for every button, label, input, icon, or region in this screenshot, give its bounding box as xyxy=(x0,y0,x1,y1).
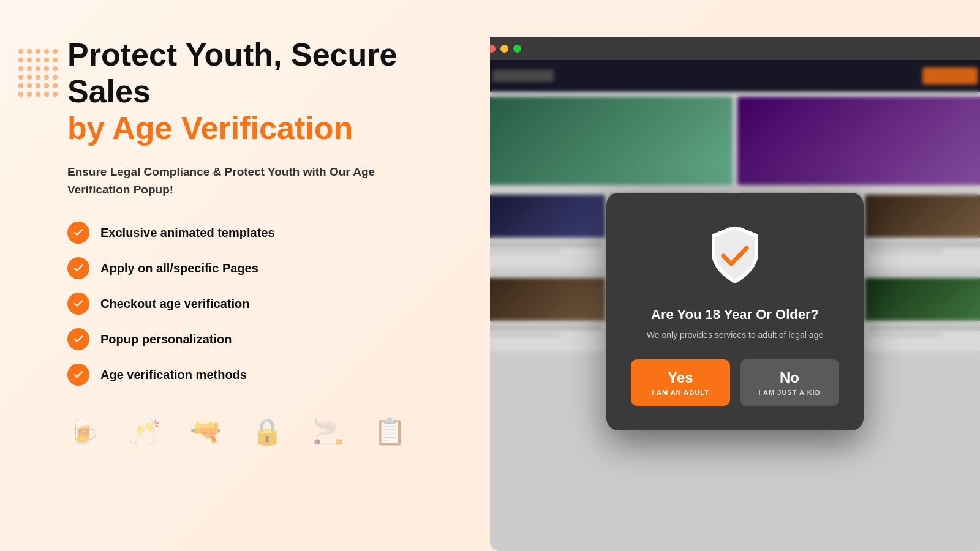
dot-grid-decoration xyxy=(18,49,58,97)
no-button-sub-text: I AM JUST A KID xyxy=(758,389,820,396)
feature-label-1: Exclusive animated templates xyxy=(100,226,275,240)
handcuffs-icon: 🔒 xyxy=(251,416,283,446)
feature-item-1: Exclusive animated templates xyxy=(67,222,441,244)
traffic-light-green[interactable] xyxy=(513,45,521,53)
browser-window: Are You 18 Year Or Older? We only provid… xyxy=(490,37,980,551)
weapon-icon: 🔫 xyxy=(190,416,222,446)
beer-icon: 🍺 xyxy=(67,416,99,446)
yes-adult-button[interactable]: Yes I AM AN ADULT xyxy=(631,359,730,406)
browser-titlebar xyxy=(490,37,980,60)
feature-label-5: Age verification methods xyxy=(100,368,247,382)
check-icon-2 xyxy=(67,257,89,279)
yes-button-sub-text: I AM AN ADULT xyxy=(652,389,709,396)
left-panel: Protect Youth, Secure Sales by Age Verif… xyxy=(0,0,490,551)
fake-site: Are You 18 Year Or Older? We only provid… xyxy=(490,60,980,551)
feature-item-5: Age verification methods xyxy=(67,364,441,386)
right-panel: Are You 18 Year Or Older? We only provid… xyxy=(490,0,980,551)
shield-verification-icon xyxy=(701,222,769,290)
feature-label-4: Popup personalization xyxy=(100,332,232,347)
check-icon-4 xyxy=(67,328,89,350)
feature-label-3: Checkout age verification xyxy=(100,297,249,311)
yes-button-main-text: Yes xyxy=(668,369,693,386)
no-kid-button[interactable]: No I AM JUST A KID xyxy=(740,359,839,406)
category-icons-row: 🍺 🥂 🔫 🔒 🚬 📋 xyxy=(67,416,441,446)
popup-title: Are You 18 Year Or Older? xyxy=(651,307,819,323)
age-verification-popup: Are You 18 Year Or Older? We only provid… xyxy=(606,193,864,430)
headline-orange: by Age Verification xyxy=(67,110,441,147)
check-icon-3 xyxy=(67,293,89,315)
traffic-light-red[interactable] xyxy=(490,45,496,53)
no-button-main-text: No xyxy=(780,369,799,386)
check-icon-5 xyxy=(67,364,89,386)
smoking-icon: 🚬 xyxy=(312,416,344,446)
wine-icon: 🥂 xyxy=(129,416,160,446)
feature-item-2: Apply on all/specific Pages xyxy=(67,257,441,279)
check-icon-1 xyxy=(67,222,89,244)
traffic-light-yellow[interactable] xyxy=(500,45,508,53)
document-icon: 📋 xyxy=(374,416,405,446)
feature-item-3: Checkout age verification xyxy=(67,293,441,315)
popup-buttons-container: Yes I AM AN ADULT No I AM JUST A KID xyxy=(631,359,839,406)
subtitle-text: Ensure Legal Compliance & Protect Youth … xyxy=(67,163,410,198)
features-list: Exclusive animated templates Apply on al… xyxy=(67,222,441,386)
headline-black: Protect Youth, Secure Sales xyxy=(67,37,441,110)
browser-content: Are You 18 Year Or Older? We only provid… xyxy=(490,60,980,551)
feature-item-4: Popup personalization xyxy=(67,328,441,350)
feature-label-2: Apply on all/specific Pages xyxy=(100,261,258,276)
popup-subtitle: We only provides services to adult of le… xyxy=(647,330,823,340)
